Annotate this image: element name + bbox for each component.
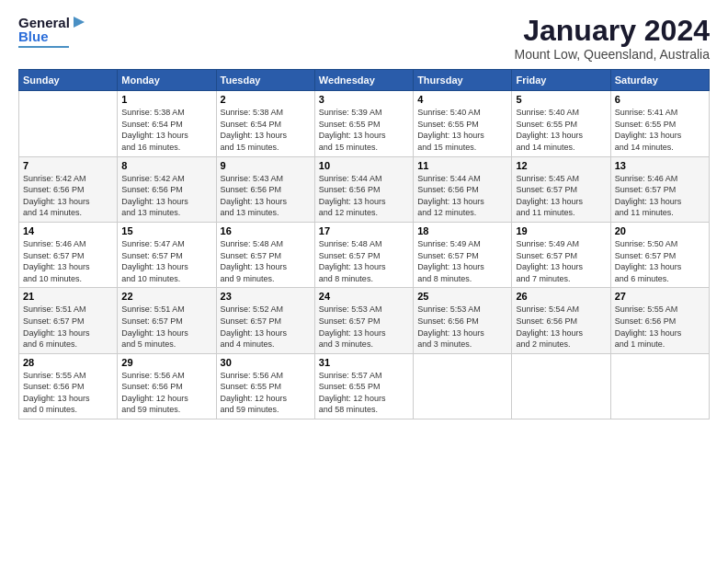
day-number: 27 <box>615 291 705 302</box>
day-number: 7 <box>23 160 113 171</box>
col-tuesday: Tuesday <box>216 70 314 91</box>
header: General Blue January 2024 Mount Low, Que… <box>18 15 710 62</box>
day-info: Sunrise: 5:46 AM Sunset: 6:57 PM Dayligh… <box>615 173 705 219</box>
day-number: 6 <box>615 94 705 105</box>
day-number: 19 <box>516 225 606 236</box>
table-row: 15Sunrise: 5:47 AM Sunset: 6:57 PM Dayli… <box>118 222 216 287</box>
table-row: 9Sunrise: 5:43 AM Sunset: 6:56 PM Daylig… <box>216 156 314 222</box>
table-row: 1Sunrise: 5:38 AM Sunset: 6:54 PM Daylig… <box>118 91 216 156</box>
table-row: 8Sunrise: 5:42 AM Sunset: 6:56 PM Daylig… <box>118 156 216 222</box>
day-info: Sunrise: 5:40 AM Sunset: 6:55 PM Dayligh… <box>417 107 507 153</box>
col-wednesday: Wednesday <box>314 70 413 91</box>
table-row: 11Sunrise: 5:44 AM Sunset: 6:56 PM Dayli… <box>414 156 512 222</box>
table-row: 17Sunrise: 5:48 AM Sunset: 6:57 PM Dayli… <box>314 222 413 287</box>
main-title: January 2024 <box>515 15 710 47</box>
calendar-header-row: Sunday Monday Tuesday Wednesday Thursday… <box>19 70 710 91</box>
calendar-week-row: 1Sunrise: 5:38 AM Sunset: 6:54 PM Daylig… <box>19 91 710 156</box>
table-row: 30Sunrise: 5:56 AM Sunset: 6:55 PM Dayli… <box>216 353 314 419</box>
day-number: 10 <box>319 160 409 171</box>
calendar-week-row: 14Sunrise: 5:46 AM Sunset: 6:57 PM Dayli… <box>19 222 710 287</box>
day-info: Sunrise: 5:53 AM Sunset: 6:57 PM Dayligh… <box>319 304 409 350</box>
day-number: 28 <box>23 357 113 368</box>
day-number: 21 <box>23 291 113 302</box>
day-info: Sunrise: 5:40 AM Sunset: 6:55 PM Dayligh… <box>516 107 606 153</box>
day-info: Sunrise: 5:55 AM Sunset: 6:56 PM Dayligh… <box>23 370 113 416</box>
table-row <box>19 91 118 156</box>
day-number: 20 <box>615 225 705 236</box>
day-number: 14 <box>23 225 113 236</box>
day-number: 31 <box>319 357 409 368</box>
logo-arrow-icon <box>72 15 86 29</box>
day-info: Sunrise: 5:43 AM Sunset: 6:56 PM Dayligh… <box>221 173 311 219</box>
svg-marker-0 <box>74 17 85 28</box>
table-row: 29Sunrise: 5:56 AM Sunset: 6:56 PM Dayli… <box>118 353 216 419</box>
day-info: Sunrise: 5:56 AM Sunset: 6:56 PM Dayligh… <box>121 370 211 416</box>
table-row <box>414 353 512 419</box>
day-number: 13 <box>615 160 705 171</box>
day-info: Sunrise: 5:44 AM Sunset: 6:56 PM Dayligh… <box>417 173 507 219</box>
day-info: Sunrise: 5:53 AM Sunset: 6:56 PM Dayligh… <box>417 304 507 350</box>
calendar-week-row: 7Sunrise: 5:42 AM Sunset: 6:56 PM Daylig… <box>19 156 710 222</box>
day-info: Sunrise: 5:42 AM Sunset: 6:56 PM Dayligh… <box>23 173 113 219</box>
col-friday: Friday <box>512 70 610 91</box>
col-sunday: Sunday <box>19 70 118 91</box>
table-row: 6Sunrise: 5:41 AM Sunset: 6:55 PM Daylig… <box>610 91 709 156</box>
col-thursday: Thursday <box>414 70 512 91</box>
title-section: January 2024 Mount Low, Queensland, Aust… <box>515 15 710 62</box>
table-row: 25Sunrise: 5:53 AM Sunset: 6:56 PM Dayli… <box>414 288 512 353</box>
table-row: 20Sunrise: 5:50 AM Sunset: 6:57 PM Dayli… <box>610 222 709 287</box>
day-number: 3 <box>319 94 409 105</box>
day-info: Sunrise: 5:54 AM Sunset: 6:56 PM Dayligh… <box>516 304 606 350</box>
day-info: Sunrise: 5:41 AM Sunset: 6:55 PM Dayligh… <box>615 107 705 153</box>
day-info: Sunrise: 5:44 AM Sunset: 6:56 PM Dayligh… <box>319 173 409 219</box>
day-number: 24 <box>319 291 409 302</box>
day-number: 17 <box>319 225 409 236</box>
day-info: Sunrise: 5:52 AM Sunset: 6:57 PM Dayligh… <box>221 304 311 350</box>
calendar-week-row: 21Sunrise: 5:51 AM Sunset: 6:57 PM Dayli… <box>19 288 710 353</box>
day-number: 1 <box>121 94 211 105</box>
day-info: Sunrise: 5:38 AM Sunset: 6:54 PM Dayligh… <box>121 107 211 153</box>
day-number: 12 <box>516 160 606 171</box>
day-number: 4 <box>417 94 507 105</box>
table-row: 23Sunrise: 5:52 AM Sunset: 6:57 PM Dayli… <box>216 288 314 353</box>
day-number: 22 <box>121 291 211 302</box>
day-number: 8 <box>121 160 211 171</box>
table-row: 3Sunrise: 5:39 AM Sunset: 6:55 PM Daylig… <box>314 91 413 156</box>
day-number: 29 <box>121 357 211 368</box>
table-row: 19Sunrise: 5:49 AM Sunset: 6:57 PM Dayli… <box>512 222 610 287</box>
day-number: 2 <box>221 94 311 105</box>
table-row <box>512 353 610 419</box>
table-row: 16Sunrise: 5:48 AM Sunset: 6:57 PM Dayli… <box>216 222 314 287</box>
day-number: 25 <box>417 291 507 302</box>
day-info: Sunrise: 5:51 AM Sunset: 6:57 PM Dayligh… <box>23 304 113 350</box>
table-row: 24Sunrise: 5:53 AM Sunset: 6:57 PM Dayli… <box>314 288 413 353</box>
day-info: Sunrise: 5:49 AM Sunset: 6:57 PM Dayligh… <box>417 238 507 284</box>
day-info: Sunrise: 5:47 AM Sunset: 6:57 PM Dayligh… <box>121 238 211 284</box>
table-row <box>610 353 709 419</box>
table-row: 18Sunrise: 5:49 AM Sunset: 6:57 PM Dayli… <box>414 222 512 287</box>
table-row: 22Sunrise: 5:51 AM Sunset: 6:57 PM Dayli… <box>118 288 216 353</box>
day-number: 26 <box>516 291 606 302</box>
col-saturday: Saturday <box>610 70 709 91</box>
day-info: Sunrise: 5:46 AM Sunset: 6:57 PM Dayligh… <box>23 238 113 284</box>
subtitle: Mount Low, Queensland, Australia <box>515 47 710 62</box>
logo-blue-text: Blue <box>18 29 49 44</box>
table-row: 28Sunrise: 5:55 AM Sunset: 6:56 PM Dayli… <box>19 353 118 419</box>
table-row: 5Sunrise: 5:40 AM Sunset: 6:55 PM Daylig… <box>512 91 610 156</box>
table-row: 4Sunrise: 5:40 AM Sunset: 6:55 PM Daylig… <box>414 91 512 156</box>
table-row: 27Sunrise: 5:55 AM Sunset: 6:56 PM Dayli… <box>610 288 709 353</box>
table-row: 13Sunrise: 5:46 AM Sunset: 6:57 PM Dayli… <box>610 156 709 222</box>
calendar-week-row: 28Sunrise: 5:55 AM Sunset: 6:56 PM Dayli… <box>19 353 710 419</box>
day-info: Sunrise: 5:56 AM Sunset: 6:55 PM Dayligh… <box>221 370 311 416</box>
day-info: Sunrise: 5:49 AM Sunset: 6:57 PM Dayligh… <box>516 238 606 284</box>
table-row: 2Sunrise: 5:38 AM Sunset: 6:54 PM Daylig… <box>216 91 314 156</box>
logo: General Blue <box>18 15 86 48</box>
day-number: 30 <box>221 357 311 368</box>
logo-underline <box>18 46 69 48</box>
col-monday: Monday <box>118 70 216 91</box>
table-row: 7Sunrise: 5:42 AM Sunset: 6:56 PM Daylig… <box>19 156 118 222</box>
page: General Blue January 2024 Mount Low, Que… <box>0 0 728 563</box>
day-number: 11 <box>417 160 507 171</box>
day-number: 9 <box>221 160 311 171</box>
table-row: 31Sunrise: 5:57 AM Sunset: 6:55 PM Dayli… <box>314 353 413 419</box>
